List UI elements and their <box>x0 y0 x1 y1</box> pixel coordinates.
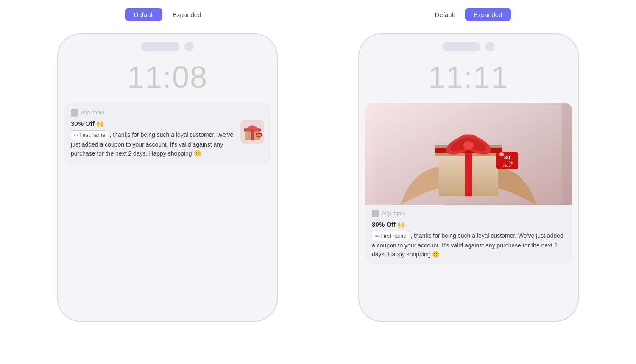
left-notif-app-icon <box>71 109 78 117</box>
right-notif-title: 30% Off 🙌 <box>372 221 565 228</box>
left-notif-content-row: 30% Off 🙌 ⇔ First name , thanks for bein… <box>71 120 264 158</box>
svg-text:30%: 30% <box>256 134 262 136</box>
swap-icon-right: ⇔ <box>375 232 379 240</box>
right-phone-time: 11:11 <box>359 60 578 94</box>
right-first-name-label: First name <box>380 232 406 240</box>
svg-text:OFF: OFF <box>503 164 511 168</box>
left-phone-frame: 11:08 App name 30% Off 🙌 ⇔ First nam <box>57 33 278 322</box>
gift-thumbnail-left: 30% <box>240 120 264 144</box>
left-phone-inner: 11:08 App name 30% Off 🙌 ⇔ First nam <box>58 34 277 321</box>
left-section: Default Expanded 11:08 App name <box>34 8 301 322</box>
right-notif-app-name: App name <box>382 211 405 217</box>
left-phone-notch <box>58 34 277 51</box>
svg-point-20 <box>499 152 504 156</box>
left-tab-bar: Default Expanded <box>125 8 209 21</box>
main-container: Default Expanded 11:08 App name <box>0 8 636 322</box>
left-notification-card: App name 30% Off 🙌 ⇔ First name , thanks… <box>64 103 271 164</box>
swap-icon-left: ⇔ <box>74 131 78 139</box>
right-notif-body: ⇔ First name , thanks for being such a l… <box>372 231 565 259</box>
right-expanded-image: 30 % OFF <box>365 103 572 205</box>
right-notif-app-row: App name <box>372 210 565 217</box>
right-expanded-notif-body: App name 30% Off 🙌 ⇔ First name , thanks… <box>365 205 572 264</box>
left-tab-default[interactable]: Default <box>125 8 162 21</box>
right-section: Default Expanded 11:11 <box>335 8 602 322</box>
right-phone-frame: 11:11 <box>358 33 579 322</box>
left-phone-time: 11:08 <box>58 60 277 94</box>
left-notif-app-name: App name <box>81 110 104 116</box>
left-notif-body: ⇔ First name , thanks for being such a l… <box>71 130 236 158</box>
expanded-gift-image: 30 % OFF <box>375 103 562 205</box>
svg-text:30: 30 <box>504 154 510 161</box>
left-notif-text-area: 30% Off 🙌 ⇔ First name , thanks for bein… <box>71 120 236 158</box>
right-phone-notch <box>359 34 578 51</box>
right-personalization-tag: ⇔ First name <box>372 231 409 241</box>
left-tab-expanded[interactable]: Expanded <box>164 8 210 21</box>
svg-point-18 <box>463 141 474 150</box>
right-tab-expanded[interactable]: Expanded <box>465 8 511 21</box>
right-notch-pill <box>442 42 480 51</box>
left-notif-title: 30% Off 🙌 <box>71 120 236 128</box>
right-notif-app-icon <box>372 210 379 217</box>
right-notch-circle <box>485 42 495 51</box>
right-expanded-notification: 30 % OFF App name 30% Off 🙌 <box>365 103 572 264</box>
left-personalization-tag: ⇔ First name <box>71 130 108 140</box>
left-notif-image: 30% <box>240 120 264 144</box>
notch-pill <box>141 42 179 51</box>
left-first-name-label: First name <box>79 131 105 139</box>
left-notif-app-row: App name <box>71 109 264 117</box>
right-tab-bar: Default Expanded <box>426 8 510 21</box>
right-tab-default[interactable]: Default <box>426 8 463 21</box>
right-phone-inner: 11:11 <box>359 34 578 321</box>
notch-circle <box>184 42 194 51</box>
